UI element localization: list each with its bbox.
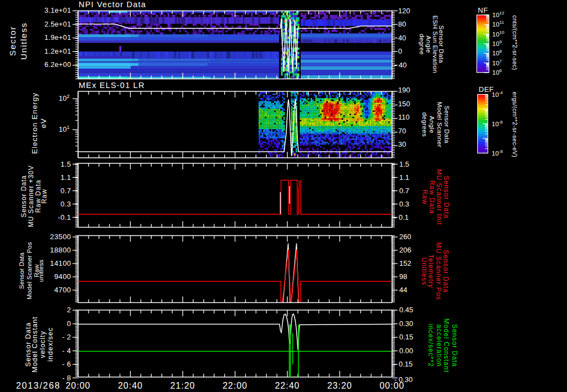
- svg-text:18800: 18800: [50, 246, 71, 254]
- svg-text:Raw Data: Raw Data: [428, 180, 436, 214]
- svg-text:- 0.15: - 0.15: [394, 360, 413, 368]
- svg-text:- 6: - 6: [62, 360, 71, 368]
- svg-text:23:20: 23:20: [327, 381, 352, 390]
- svg-text:NPI Vector Data: NPI Vector Data: [79, 0, 146, 9]
- svg-text:0.45: 0.45: [399, 306, 413, 314]
- svg-text:- 2: - 2: [62, 333, 71, 341]
- svg-text:150: 150: [398, 100, 410, 108]
- svg-text:00:00: 00:00: [379, 381, 404, 390]
- svg-text:ESH Sun Elevation: ESH Sun Elevation: [432, 16, 439, 74]
- svg-text:ergs/(cm**2-sr-sec-eV): ergs/(cm**2-sr-sec-eV): [512, 92, 518, 157]
- svg-text:Model Scanner Pos: Model Scanner Pos: [26, 242, 33, 300]
- svg-text:Raw: Raw: [40, 189, 48, 204]
- svg-text:14100: 14100: [50, 259, 71, 267]
- svg-text:0.15: 0.15: [399, 333, 413, 341]
- svg-text:1.9e+01: 1.9e+01: [44, 34, 71, 42]
- svg-text:cnts/(cm**2-sr-sec): cnts/(cm**2-sr-sec): [512, 15, 518, 70]
- svg-text:0.3: 0.3: [60, 200, 71, 208]
- svg-text:9400: 9400: [54, 272, 71, 281]
- svg-text:1.2e+01: 1.2e+01: [44, 48, 71, 55]
- svg-text:0: 0: [398, 47, 402, 55]
- svg-text:260: 260: [399, 233, 411, 241]
- svg-text:degree: degree: [419, 34, 425, 55]
- svg-text:22:00: 22:00: [223, 381, 248, 390]
- svg-text:NF: NF: [478, 6, 488, 14]
- svg-text:Sector: Sector: [8, 26, 17, 56]
- svg-text:3.1e+01: 3.1e+01: [44, 7, 71, 14]
- svg-text:206: 206: [399, 246, 411, 254]
- svg-text:120: 120: [398, 7, 410, 15]
- svg-text:Sensor Data: Sensor Data: [442, 250, 450, 293]
- svg-text:Sensor Data: Sensor Data: [442, 176, 450, 219]
- svg-text:23500: 23500: [50, 233, 71, 241]
- svg-text:20:00: 20:00: [65, 381, 90, 390]
- svg-text:Unitless: Unitless: [420, 257, 428, 286]
- svg-text:2.5e+01: 2.5e+01: [44, 20, 71, 28]
- svg-text:unitless: unitless: [38, 260, 44, 282]
- svg-text:MU Scanner Init: MU Scanner Init: [435, 169, 443, 225]
- svg-text:30: 30: [398, 140, 406, 148]
- svg-text:Raw: Raw: [421, 189, 429, 204]
- svg-text:2013/268: 2013/268: [16, 381, 60, 390]
- svg-text:4700: 4700: [54, 286, 71, 294]
- svg-text:- 4: - 4: [62, 347, 71, 355]
- svg-text:6.2e+00: 6.2e+00: [44, 61, 71, 69]
- svg-text:- 40: - 40: [394, 61, 406, 69]
- svg-text:190: 190: [398, 86, 410, 94]
- svg-text:21:20: 21:20: [170, 381, 195, 390]
- svg-text:index/sec: index/sec: [47, 327, 54, 362]
- svg-text:152: 152: [399, 259, 411, 267]
- svg-text:0.3: 0.3: [399, 200, 409, 208]
- svg-text:Unitless: Unitless: [19, 22, 28, 60]
- svg-text:20:40: 20:40: [118, 381, 143, 390]
- svg-text:22:40: 22:40: [275, 381, 300, 390]
- svg-text:80: 80: [398, 20, 406, 28]
- svg-text:Angle: Angle: [425, 35, 432, 53]
- svg-text:0.30: 0.30: [399, 319, 413, 328]
- svg-text:0.00: 0.00: [399, 347, 413, 355]
- svg-text:velocity: velocity: [39, 331, 47, 358]
- svg-text:degrees: degrees: [421, 112, 428, 137]
- svg-text:Sensor Data: Sensor Data: [444, 106, 450, 144]
- svg-text:Electron Energy: Electron Energy: [30, 92, 39, 154]
- svg-text:incex/sec**2: incex/sec**2: [427, 324, 435, 367]
- svg-text:acceleration: acceleration: [435, 324, 443, 367]
- svg-text:Model Constant: Model Constant: [442, 318, 450, 373]
- svg-text:98: 98: [399, 272, 407, 281]
- svg-text:70: 70: [398, 127, 406, 135]
- svg-text:0.7: 0.7: [399, 187, 409, 195]
- svg-text:1.5: 1.5: [60, 160, 71, 168]
- svg-text:MU Scanner +30V: MU Scanner +30V: [27, 165, 35, 227]
- svg-text:2: 2: [67, 306, 71, 314]
- svg-text:Angle: Angle: [429, 116, 435, 133]
- svg-text:eV: eV: [39, 118, 48, 128]
- svg-text:1.1: 1.1: [399, 173, 409, 182]
- svg-text:MU Scanner Pos: MU Scanner Pos: [435, 243, 442, 301]
- svg-text:- 0.1: - 0.1: [394, 213, 409, 221]
- svg-text:1.1: 1.1: [60, 173, 71, 182]
- svg-text:0.7: 0.7: [60, 187, 71, 195]
- svg-text:Sensor Data: Sensor Data: [18, 252, 25, 290]
- svg-text:110: 110: [398, 113, 410, 121]
- svg-text:1.5: 1.5: [399, 160, 409, 168]
- svg-text:Model Constant: Model Constant: [31, 316, 39, 373]
- svg-text:-0.1: -0.1: [58, 213, 71, 221]
- svg-text:Model Scanner: Model Scanner: [436, 102, 443, 148]
- svg-text:0: 0: [67, 319, 71, 328]
- svg-text:40: 40: [398, 34, 406, 42]
- svg-text:Sensor Data: Sensor Data: [451, 324, 458, 367]
- svg-text:MEx ELS-01 LR: MEx ELS-01 LR: [79, 81, 145, 90]
- svg-text:44: 44: [399, 286, 407, 294]
